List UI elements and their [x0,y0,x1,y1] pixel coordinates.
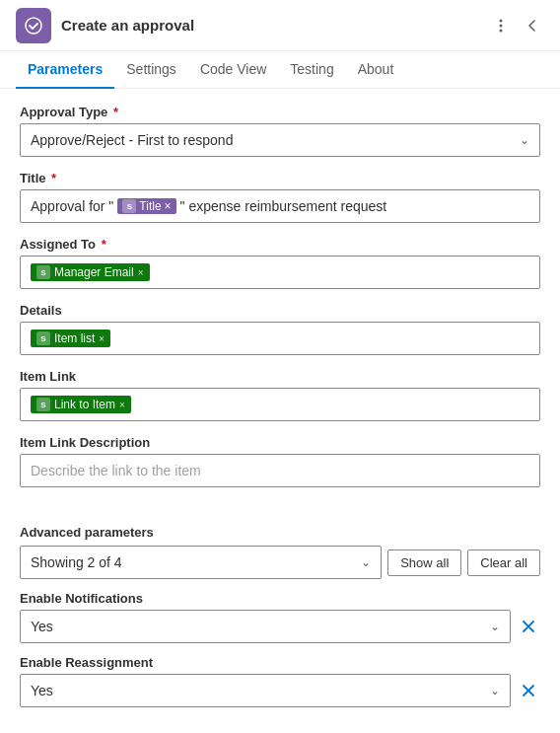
tab-bar: Parameters Settings Code View Testing Ab… [0,51,560,89]
x-icon-2 [521,683,536,698]
title-input[interactable]: Approval for " S Title × " expense reimb… [20,189,540,223]
link-to-item-token-label: Link to Item [54,398,115,411]
enable-notifications-chevron-icon: ⌄ [490,620,500,633]
title-label-text: Title [20,171,46,185]
tab-parameters[interactable]: Parameters [16,51,114,89]
advanced-chevron-icon: ⌄ [361,555,371,569]
enable-reassignment-value: Yes [31,683,53,698]
back-button[interactable] [521,14,544,37]
details-field: Details S Item list × [20,303,540,355]
title-suffix: " expense reimbursement request [180,198,387,214]
enable-notifications-field: Enable Notifications Yes ⌄ [20,591,540,643]
enable-reassignment-label: Enable Reassignment [20,655,540,670]
approval-icon [24,16,43,36]
spacer [20,501,540,517]
title-field: Title * Approval for " S Title × " expen… [20,171,540,223]
token-s-icon-3: S [36,398,50,411]
item-link-input[interactable]: S Link to Item × [20,388,540,421]
enable-notifications-dropdown[interactable]: Yes ⌄ [20,610,511,643]
item-list-token[interactable]: S Item list × [31,330,110,347]
manager-email-token-label: Manager Email [54,265,134,279]
clear-all-button[interactable]: Clear all [467,550,540,576]
approval-type-dropdown[interactable]: Approve/Reject - First to respond ⌄ [20,123,540,157]
title-prefix: Approval for " [31,198,113,214]
back-icon [525,18,540,34]
tab-settings[interactable]: Settings [114,51,188,89]
enable-reassignment-dropdown[interactable]: Yes ⌄ [20,674,511,707]
enable-notifications-clear-button[interactable] [517,615,540,638]
advanced-showing-text: Showing 2 of 4 [31,554,122,570]
item-list-token-close[interactable]: × [99,333,105,344]
token-s-icon-2: S [36,331,50,345]
manager-email-token[interactable]: S Manager Email × [31,263,150,281]
approval-type-required: * [109,105,118,119]
title-token-close[interactable]: × [165,199,172,213]
item-link-field: Item Link S Link to Item × [20,369,540,421]
assigned-to-label: Assigned To * [20,237,540,252]
item-link-desc-field: Item Link Description Describe the link … [20,435,540,487]
approval-type-field: Approval Type * Approve/Reject - First t… [20,105,540,157]
manager-email-token-close[interactable]: × [138,267,144,278]
x-icon [521,619,536,634]
svg-point-1 [500,19,503,22]
advanced-label: Advanced parameters [20,525,540,540]
more-options-button[interactable] [489,14,513,37]
approval-type-label-text: Approval Type [20,105,107,119]
enable-reassignment-chevron-icon: ⌄ [490,684,500,697]
item-link-desc-input[interactable]: Describe the link to the item [20,454,540,487]
show-all-button[interactable]: Show all [387,550,461,576]
item-list-token-label: Item list [54,331,95,345]
enable-notifications-label: Enable Notifications [20,591,540,606]
title-label: Title * [20,171,540,185]
enable-reassignment-field: Enable Reassignment Yes ⌄ [20,655,540,707]
tab-testing[interactable]: Testing [278,51,345,89]
tab-code-view[interactable]: Code View [188,51,278,89]
title-required: * [48,171,57,185]
header-actions [489,14,544,37]
enable-notifications-value: Yes [31,619,53,634]
advanced-controls: Showing 2 of 4 ⌄ Show all Clear all [20,546,540,579]
chevron-down-icon: ⌄ [520,133,529,147]
details-label: Details [20,303,540,318]
item-link-label: Item Link [20,369,540,384]
assigned-to-input[interactable]: S Manager Email × [20,256,540,289]
page-title: Create an approval [61,17,489,34]
svg-point-0 [26,18,41,34]
title-token-label: Title [139,199,161,213]
form-content: Approval Type * Approve/Reject - First t… [0,89,560,723]
advanced-section: Advanced parameters Showing 2 of 4 ⌄ Sho… [20,525,540,579]
approval-type-label: Approval Type * [20,105,540,119]
more-vertical-icon [493,18,509,34]
svg-point-2 [500,24,503,27]
approval-type-value: Approve/Reject - First to respond [31,132,233,148]
link-to-item-token-close[interactable]: × [119,400,125,410]
tab-about[interactable]: About [346,51,406,89]
assigned-to-required: * [98,237,106,252]
enable-reassignment-clear-button[interactable] [517,679,540,702]
enable-reassignment-row: Yes ⌄ [20,674,540,707]
advanced-showing-dropdown[interactable]: Showing 2 of 4 ⌄ [20,546,382,579]
title-token[interactable]: S Title × [117,198,175,214]
item-link-desc-placeholder: Describe the link to the item [31,463,201,478]
enable-notifications-row: Yes ⌄ [20,610,540,643]
details-input[interactable]: S Item list × [20,322,540,355]
assigned-to-field: Assigned To * S Manager Email × [20,237,540,289]
assigned-to-label-text: Assigned To [20,237,96,252]
app-icon [16,8,51,43]
link-to-item-token[interactable]: S Link to Item × [31,396,131,413]
token-icon: S [122,199,136,213]
header: Create an approval [0,0,560,51]
item-link-desc-label: Item Link Description [20,435,540,450]
svg-point-3 [500,29,503,32]
token-s-icon: S [36,265,50,279]
